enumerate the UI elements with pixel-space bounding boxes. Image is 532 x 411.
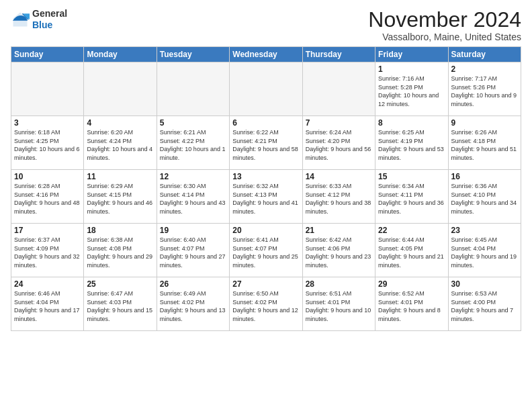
day-cell [302, 62, 375, 116]
week-row-3: 17Sunrise: 6:37 AMSunset: 4:09 PMDayligh… [11, 224, 521, 277]
day-number: 3 [14, 118, 81, 128]
day-info: Sunrise: 6:28 AMSunset: 4:16 PMDaylight:… [14, 182, 81, 216]
day-cell [11, 62, 84, 116]
logo-general: General [32, 8, 67, 19]
day-info: Sunrise: 6:20 AMSunset: 4:24 PMDaylight:… [87, 128, 153, 162]
day-cell: 7Sunrise: 6:24 AMSunset: 4:20 PMDaylight… [302, 116, 375, 170]
day-info: Sunrise: 6:45 AMSunset: 4:04 PMDaylight:… [451, 236, 518, 269]
day-cell: 8Sunrise: 6:25 AMSunset: 4:19 PMDaylight… [375, 116, 448, 170]
day-cell: 28Sunrise: 6:51 AMSunset: 4:01 PMDayligh… [302, 277, 375, 331]
day-info: Sunrise: 6:26 AMSunset: 4:18 PMDaylight:… [451, 128, 518, 162]
day-number: 18 [87, 226, 153, 235]
logo-blue: Blue [32, 19, 52, 30]
location: Vassalboro, Maine, United States [368, 32, 521, 42]
weekday-header-row: Sunday Monday Tuesday Wednesday Thursday… [11, 47, 521, 62]
day-number: 14 [306, 172, 372, 181]
day-number: 21 [306, 226, 372, 235]
day-number: 30 [451, 279, 518, 289]
day-info: Sunrise: 6:40 AMSunset: 4:07 PMDaylight:… [160, 236, 226, 269]
day-info: Sunrise: 6:30 AMSunset: 4:14 PMDaylight:… [160, 182, 226, 216]
day-cell: 25Sunrise: 6:47 AMSunset: 4:03 PMDayligh… [84, 277, 157, 331]
logo-text: General Blue [32, 8, 67, 31]
day-cell: 22Sunrise: 6:44 AMSunset: 4:05 PMDayligh… [375, 224, 448, 277]
day-info: Sunrise: 6:25 AMSunset: 4:19 PMDaylight:… [378, 128, 445, 162]
day-number: 16 [451, 172, 518, 181]
day-cell: 5Sunrise: 6:21 AMSunset: 4:22 PMDaylight… [157, 116, 229, 170]
day-info: Sunrise: 6:18 AMSunset: 4:25 PMDaylight:… [14, 128, 81, 162]
logo-icon [11, 10, 30, 29]
day-info: Sunrise: 6:29 AMSunset: 4:15 PMDaylight:… [87, 182, 153, 216]
header-tuesday: Tuesday [157, 47, 229, 62]
day-cell: 2Sunrise: 7:17 AMSunset: 5:26 PMDaylight… [448, 62, 521, 116]
page: General Blue November 2024 Vassalboro, M… [0, 0, 532, 411]
day-info: Sunrise: 6:24 AMSunset: 4:20 PMDaylight:… [306, 128, 372, 162]
day-info: Sunrise: 6:44 AMSunset: 4:05 PMDaylight:… [378, 236, 445, 269]
day-cell: 19Sunrise: 6:40 AMSunset: 4:07 PMDayligh… [157, 224, 229, 277]
day-cell: 16Sunrise: 6:36 AMSunset: 4:10 PMDayligh… [448, 170, 521, 224]
day-number: 2 [451, 64, 518, 74]
day-number: 19 [160, 226, 226, 235]
day-info: Sunrise: 6:47 AMSunset: 4:03 PMDaylight:… [87, 289, 153, 323]
day-cell: 6Sunrise: 6:22 AMSunset: 4:21 PMDaylight… [230, 116, 302, 170]
day-number: 22 [378, 226, 445, 235]
day-info: Sunrise: 7:17 AMSunset: 5:26 PMDaylight:… [451, 75, 518, 108]
day-cell: 1Sunrise: 7:16 AMSunset: 5:28 PMDaylight… [375, 62, 448, 116]
day-info: Sunrise: 6:33 AMSunset: 4:12 PMDaylight:… [306, 182, 372, 216]
day-cell: 10Sunrise: 6:28 AMSunset: 4:16 PMDayligh… [11, 170, 84, 224]
day-cell: 11Sunrise: 6:29 AMSunset: 4:15 PMDayligh… [84, 170, 157, 224]
day-info: Sunrise: 6:51 AMSunset: 4:01 PMDaylight:… [306, 289, 372, 323]
day-cell: 4Sunrise: 6:20 AMSunset: 4:24 PMDaylight… [84, 116, 157, 170]
header-sunday: Sunday [11, 47, 84, 62]
day-info: Sunrise: 6:22 AMSunset: 4:21 PMDaylight:… [232, 128, 299, 162]
day-number: 1 [378, 64, 445, 74]
day-number: 15 [378, 172, 445, 181]
header-wednesday: Wednesday [230, 47, 302, 62]
day-number: 27 [232, 279, 299, 289]
day-cell: 3Sunrise: 6:18 AMSunset: 4:25 PMDaylight… [11, 116, 84, 170]
day-cell: 14Sunrise: 6:33 AMSunset: 4:12 PMDayligh… [302, 170, 375, 224]
day-number: 28 [306, 279, 372, 289]
day-number: 6 [232, 118, 299, 128]
day-cell: 21Sunrise: 6:42 AMSunset: 4:06 PMDayligh… [302, 224, 375, 277]
day-number: 10 [14, 172, 81, 181]
day-number: 7 [306, 118, 372, 128]
day-number: 12 [160, 172, 226, 181]
day-info: Sunrise: 6:49 AMSunset: 4:02 PMDaylight:… [160, 289, 226, 323]
header-monday: Monday [84, 47, 157, 62]
day-cell: 15Sunrise: 6:34 AMSunset: 4:11 PMDayligh… [375, 170, 448, 224]
day-info: Sunrise: 6:34 AMSunset: 4:11 PMDaylight:… [378, 182, 445, 216]
week-row-2: 10Sunrise: 6:28 AMSunset: 4:16 PMDayligh… [11, 170, 521, 224]
header-saturday: Saturday [448, 47, 521, 62]
day-info: Sunrise: 6:52 AMSunset: 4:01 PMDaylight:… [378, 289, 445, 323]
day-number: 9 [451, 118, 518, 128]
day-info: Sunrise: 7:16 AMSunset: 5:28 PMDaylight:… [378, 75, 445, 108]
day-cell: 17Sunrise: 6:37 AMSunset: 4:09 PMDayligh… [11, 224, 84, 277]
day-info: Sunrise: 6:50 AMSunset: 4:02 PMDaylight:… [232, 289, 299, 323]
day-number: 8 [378, 118, 445, 128]
day-number: 25 [87, 279, 153, 289]
day-number: 4 [87, 118, 153, 128]
day-number: 26 [160, 279, 226, 289]
day-number: 5 [160, 118, 226, 128]
day-cell: 24Sunrise: 6:46 AMSunset: 4:04 PMDayligh… [11, 277, 84, 331]
week-row-1: 3Sunrise: 6:18 AMSunset: 4:25 PMDaylight… [11, 116, 521, 170]
month-title: November 2024 [368, 8, 521, 32]
day-cell [157, 62, 229, 116]
day-info: Sunrise: 6:36 AMSunset: 4:10 PMDaylight:… [451, 182, 518, 216]
day-cell: 18Sunrise: 6:38 AMSunset: 4:08 PMDayligh… [84, 224, 157, 277]
day-number: 11 [87, 172, 153, 181]
day-cell: 26Sunrise: 6:49 AMSunset: 4:02 PMDayligh… [157, 277, 229, 331]
day-number: 13 [232, 172, 299, 181]
day-number: 29 [378, 279, 445, 289]
title-block: November 2024 Vassalboro, Maine, United … [368, 8, 521, 42]
day-info: Sunrise: 6:42 AMSunset: 4:06 PMDaylight:… [306, 236, 372, 269]
day-info: Sunrise: 6:41 AMSunset: 4:07 PMDaylight:… [232, 236, 299, 269]
header: General Blue November 2024 Vassalboro, M… [11, 8, 521, 42]
day-cell: 12Sunrise: 6:30 AMSunset: 4:14 PMDayligh… [157, 170, 229, 224]
day-number: 23 [451, 226, 518, 235]
day-cell: 13Sunrise: 6:32 AMSunset: 4:13 PMDayligh… [230, 170, 302, 224]
week-row-0: 1Sunrise: 7:16 AMSunset: 5:28 PMDaylight… [11, 62, 521, 116]
day-info: Sunrise: 6:53 AMSunset: 4:00 PMDaylight:… [451, 289, 518, 323]
day-cell [230, 62, 302, 116]
day-cell: 23Sunrise: 6:45 AMSunset: 4:04 PMDayligh… [448, 224, 521, 277]
